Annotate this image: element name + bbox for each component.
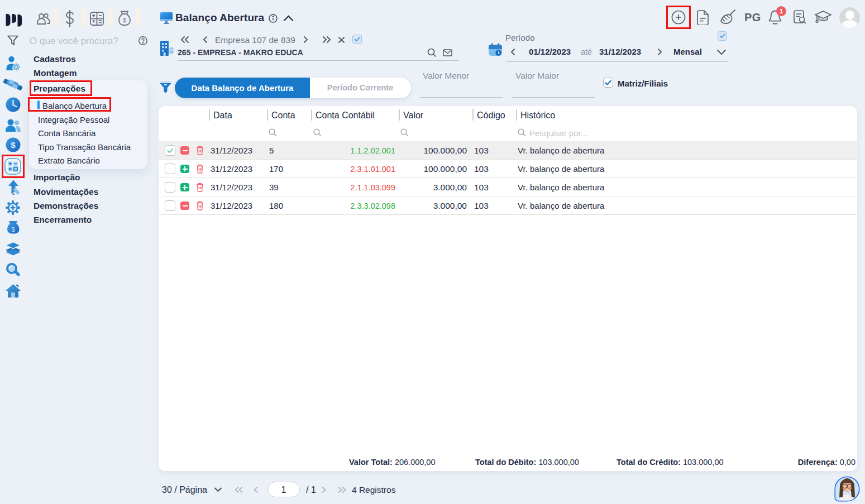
svg-text:$: $ [11,226,15,233]
svg-text:$: $ [11,140,16,150]
svg-text:$: $ [123,17,126,23]
